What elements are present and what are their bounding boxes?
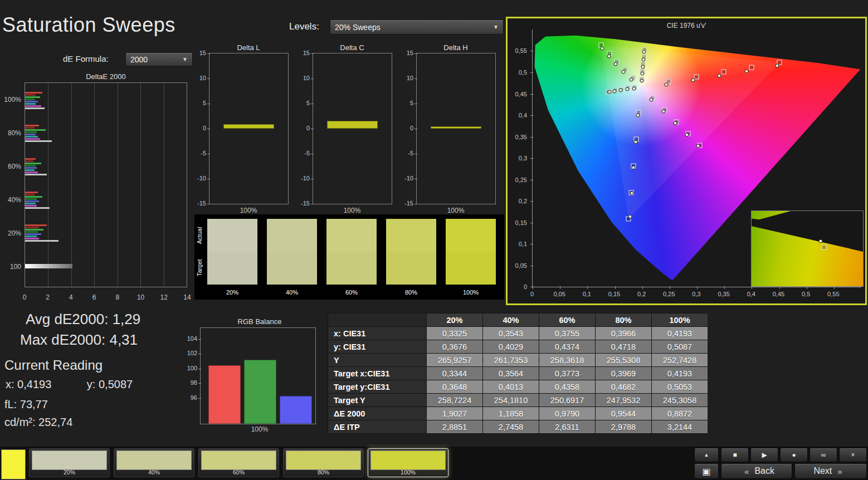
actual-swatch xyxy=(267,219,317,252)
table-header-cell: 40% xyxy=(483,314,539,326)
axis-tick-label: 15 xyxy=(303,50,310,56)
tick-mark xyxy=(198,383,201,384)
delta-e-bar xyxy=(25,196,42,198)
chevron-down-icon: ▼ xyxy=(182,56,188,62)
measurement-marker xyxy=(632,87,636,91)
measurement-marker xyxy=(641,57,645,61)
axis-tick-label: 5 xyxy=(410,100,413,106)
table-cell: 2,8851 xyxy=(427,420,482,433)
delta-e-bar xyxy=(25,138,40,140)
axis-tick-label: 0,15 xyxy=(608,291,620,297)
axis-tick-label: 98 xyxy=(191,379,197,386)
delta-e-bar xyxy=(25,192,38,193)
measurement-marker xyxy=(662,110,666,114)
axis-labels: 151050-5-10-15 xyxy=(298,53,311,203)
axis-tick-label: 100 xyxy=(187,365,197,371)
tick-mark xyxy=(530,223,533,223)
axis-tick-label: 0,2 xyxy=(637,291,646,297)
delta-h-chart: Delta H 151050-5-10-15 100% xyxy=(402,43,495,214)
tick-mark xyxy=(530,266,533,266)
tick-mark xyxy=(530,180,533,180)
axis-tick-label: 104 xyxy=(187,335,197,342)
current-fl-value: fL: 73,77 xyxy=(4,398,48,411)
axis-tick-label: 40% xyxy=(8,196,21,204)
cie-diagram-panel: CIE 1976 u'v' 00,050,10,150,20,250,30,35… xyxy=(506,17,867,305)
target-marker xyxy=(721,70,726,75)
delta-e-bar xyxy=(25,167,37,169)
delta-e-bar xyxy=(25,174,47,175)
close-button[interactable]: × xyxy=(839,448,867,462)
delta-bar xyxy=(327,121,377,129)
table-cell: 0,4013 xyxy=(483,380,539,393)
stop-button[interactable]: ■ xyxy=(721,448,749,462)
delta-e-bar xyxy=(25,194,35,195)
delta-e-bar xyxy=(25,238,39,239)
axis-tick-label: -10 xyxy=(404,175,413,182)
axis-tick-label: 5 xyxy=(306,100,310,106)
delta-e-bar xyxy=(25,101,38,102)
axis-tick-label: 0,1 xyxy=(583,291,591,297)
axis-tick-label: 0,25 xyxy=(515,177,527,183)
de-formula-dropdown[interactable]: 2000 ▼ xyxy=(125,52,193,66)
tick-mark xyxy=(198,369,201,369)
tick-mark xyxy=(311,204,314,204)
tick-mark xyxy=(415,204,417,204)
axis-tick-label: 0,35 xyxy=(515,134,527,140)
measurement-marker xyxy=(642,50,646,54)
target-swatch xyxy=(207,252,257,285)
target-swatch xyxy=(267,252,317,285)
axis-tick-label: -10 xyxy=(301,175,310,182)
back-button[interactable]: « Back xyxy=(721,463,792,479)
delta-e-bar xyxy=(25,236,37,237)
measurement-marker xyxy=(614,62,618,66)
delta-e-bar xyxy=(25,103,36,105)
de-formula-label: dE Formula: xyxy=(63,54,109,63)
grid-line xyxy=(71,83,72,287)
measurement-marker xyxy=(612,89,616,93)
axis-tick-label: -15 xyxy=(197,200,206,207)
table-cell: 0,5087 xyxy=(652,340,708,353)
levels-dropdown[interactable]: 20% Sweeps ▼ xyxy=(330,19,504,35)
target-marker xyxy=(749,65,754,70)
cie-yaxis: 00,050,10,150,20,250,30,350,40,450,50,55 xyxy=(508,30,530,287)
swatch-label: 60% xyxy=(326,289,377,296)
page-title: Saturation Sweeps xyxy=(2,13,175,37)
table-cell: 0,4682 xyxy=(596,380,651,393)
table-row-label: Y xyxy=(328,354,426,366)
delta-e-bar xyxy=(25,165,36,166)
axis-tick-label: 0 xyxy=(410,125,413,131)
tick-mark xyxy=(207,104,210,104)
grid-line xyxy=(118,83,118,287)
deltae-ylabels: 100%80%60%40%20%100 xyxy=(4,82,23,287)
measurement-marker xyxy=(626,87,630,91)
delta-e-bar xyxy=(25,107,45,109)
tick-mark xyxy=(530,201,533,202)
loop-button[interactable]: ∞ xyxy=(810,448,837,462)
table-cell: 0,4029 xyxy=(483,340,539,353)
rgb-bar-blue xyxy=(280,396,312,424)
table-cell: 0,3773 xyxy=(539,367,595,380)
chart-title: Delta L xyxy=(209,43,288,52)
axis-tick-label: 0,4 xyxy=(519,112,527,119)
play-button[interactable]: ▶ xyxy=(750,448,778,462)
delta-e-bar xyxy=(25,136,38,138)
table-cell: 0,3755 xyxy=(539,327,595,340)
rgb-bar-red xyxy=(208,365,241,424)
tick-mark xyxy=(311,154,314,154)
table-cell: 0,3325 xyxy=(427,327,482,340)
measurement-marker xyxy=(636,113,640,117)
table-cell: 1,1858 xyxy=(483,407,539,420)
table-row-label: ΔE 2000 xyxy=(328,407,426,420)
table-cell: 0,3344 xyxy=(427,367,482,380)
actual-swatch xyxy=(207,219,257,252)
rgb-balance-chart: RGB Balance 1041021009896 100% xyxy=(186,315,319,434)
measurement-marker xyxy=(619,88,623,92)
delta-e-bar xyxy=(25,94,36,96)
tick-mark xyxy=(415,79,417,79)
measurement-marker xyxy=(664,82,668,86)
record-button[interactable]: ● xyxy=(780,448,808,462)
table-cell: 0,3543 xyxy=(483,327,539,340)
next-button[interactable]: Next » xyxy=(794,463,867,479)
axis-tick-label: 100% xyxy=(4,96,21,104)
table-cell: 0,4193 xyxy=(652,327,708,340)
